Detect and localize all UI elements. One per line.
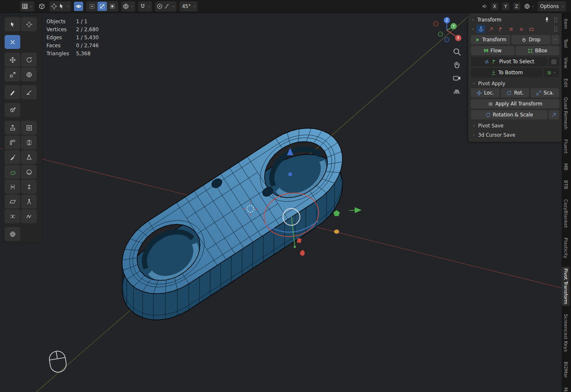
pivot-to-select-button[interactable]: Pivot To Select	[471, 57, 547, 66]
blue-dot-handle[interactable]	[288, 173, 292, 176]
tab-view[interactable]: View	[562, 56, 570, 70]
edge-select-button[interactable]	[98, 2, 107, 11]
camera-view-button[interactable]	[452, 73, 461, 82]
chevron-down-icon[interactable]	[471, 27, 475, 31]
transform-orientation-dropdown[interactable]	[121, 1, 135, 11]
toggle-cross-button[interactable]	[517, 25, 526, 33]
zoom-button[interactable]	[452, 47, 461, 56]
proportional-edit-controls[interactable]	[155, 1, 177, 11]
pan-hand-button[interactable]	[452, 60, 461, 69]
face-select-button[interactable]	[108, 2, 117, 11]
apply-sca-button[interactable]: Sca.	[530, 88, 559, 97]
perspective-toggle-button[interactable]	[452, 87, 461, 95]
toggle-swap-button[interactable]	[507, 25, 516, 33]
pivot-save-header[interactable]: Pivot Save	[471, 123, 559, 129]
tool-smooth[interactable]	[21, 165, 37, 179]
mode-selector-dropdown[interactable]	[49, 1, 71, 11]
tool-rip-edge[interactable]	[21, 209, 37, 223]
anchor-toggle-button[interactable]	[476, 25, 485, 33]
axis-neg-z-ball[interactable]	[445, 38, 449, 42]
mirror-y-button[interactable]: Y	[502, 3, 509, 10]
tab-item[interactable]: Item	[562, 17, 570, 31]
tool-loop-cut[interactable]	[21, 135, 37, 149]
toggle-flag-button[interactable]	[497, 25, 506, 33]
tool-vertex-slide[interactable]	[5, 209, 20, 223]
pivot-apply-header[interactable]: Pivot Apply	[471, 81, 559, 87]
tool-sphere-project[interactable]	[5, 227, 20, 241]
tool-rotate[interactable]	[21, 53, 37, 67]
rotation-scale-button[interactable]: Rotation & Scale	[471, 110, 547, 119]
tool-scale[interactable]	[5, 68, 20, 81]
mesh-object[interactable]	[122, 128, 343, 320]
tool-move[interactable]	[5, 53, 20, 67]
tool-knife[interactable]	[5, 150, 20, 164]
grip-icon[interactable]	[552, 26, 559, 32]
grip-icon[interactable]	[552, 16, 559, 23]
snap-target-button[interactable]	[524, 2, 535, 11]
tool-tweak[interactable]	[5, 17, 20, 31]
tool-shear[interactable]	[5, 195, 20, 208]
tab-bi2mar[interactable]: BI2Mar	[562, 360, 570, 380]
snap-controls[interactable]	[138, 1, 152, 11]
tab-pivot-transform[interactable]: Pivot Transform	[562, 267, 570, 306]
editor-grid-icon	[22, 3, 28, 10]
tab-tool[interactable]: Tool	[562, 37, 570, 49]
tab-plasticity[interactable]: Plasticity	[562, 236, 570, 260]
tool-rip-region[interactable]	[21, 195, 37, 208]
orange-handle[interactable]	[334, 230, 339, 234]
tool-cursor[interactable]	[21, 17, 37, 31]
axis-navigation-gizmo[interactable]: Z Y X	[432, 14, 463, 45]
tab-edit[interactable]: Edit	[562, 77, 570, 89]
red-handle[interactable]	[297, 238, 301, 243]
red-drop-handle[interactable]	[300, 250, 305, 256]
options-dropdown[interactable]: Options	[538, 1, 566, 11]
pin-icon[interactable]	[544, 16, 550, 23]
tool-transform[interactable]	[21, 68, 37, 81]
green-handle[interactable]	[334, 210, 340, 216]
to-bottom-options-button[interactable]	[544, 68, 559, 77]
transform-panel-header[interactable]: Transform	[471, 16, 559, 23]
apply-all-transform-button[interactable]: Apply All Transform	[471, 99, 559, 108]
green-arrow-handle[interactable]	[349, 207, 362, 213]
tab-quad-remesh[interactable]: Quad Remesh	[562, 95, 570, 131]
tab-btb[interactable]: BTB	[562, 178, 570, 191]
xray-toggle-button[interactable]	[74, 2, 83, 11]
bbox-button[interactable]: BBox	[516, 46, 559, 55]
tab-screencast-keys[interactable]: Screencast Keys	[562, 312, 570, 354]
tool-active-select[interactable]	[5, 35, 20, 49]
toggle-rect-button[interactable]	[527, 25, 536, 33]
toggle-arrow-button[interactable]	[487, 25, 495, 33]
pivot-to-select-options-button[interactable]	[549, 57, 559, 66]
axis-neg-y-ball[interactable]	[438, 32, 443, 37]
tool-annotate[interactable]	[5, 85, 20, 99]
tool-bevel[interactable]	[5, 135, 20, 149]
axis-neg-x-ball[interactable]	[434, 22, 438, 26]
editor-type-button[interactable]	[20, 1, 34, 11]
tab-machin3[interactable]: MACHIN3	[562, 386, 570, 392]
vertex-select-button[interactable]	[87, 2, 97, 11]
tool-poly-build[interactable]	[21, 150, 37, 164]
tool-edge-slide[interactable]	[5, 180, 20, 194]
tool-spin[interactable]	[5, 165, 20, 179]
rotation-scale-extra-button[interactable]	[549, 110, 559, 119]
to-bottom-button[interactable]: To Bottom	[471, 68, 543, 77]
tab-fluent[interactable]: Fluent	[562, 138, 570, 155]
tool-inset-faces[interactable]	[21, 121, 37, 135]
mirror-x-button[interactable]: X	[491, 3, 498, 10]
tab-mb[interactable]: MB	[562, 162, 570, 172]
tool-measure[interactable]	[21, 85, 37, 99]
apply-rot-button[interactable]: Rot.	[501, 88, 530, 97]
tab-cozyblanket[interactable]: CozyBlanket	[562, 197, 570, 230]
flow-button[interactable]: M Flow	[471, 46, 514, 55]
tool-shrink-fatten[interactable]	[21, 180, 37, 194]
apply-loc-button[interactable]: Loc.	[471, 88, 500, 97]
transform-button[interactable]: Transform	[471, 35, 510, 44]
mode-icon-button[interactable]	[37, 2, 46, 11]
mirror-z-button[interactable]: Z	[513, 3, 520, 10]
angle-snap-dropdown[interactable]: 45°	[179, 1, 198, 11]
tool-extrude[interactable]	[5, 121, 20, 135]
tool-add-cube[interactable]	[5, 103, 20, 117]
cursor-save-header[interactable]: 3d Cursor Save	[471, 132, 559, 138]
transform-options-dropdown[interactable]	[552, 35, 559, 44]
drop-button[interactable]: Drop	[511, 35, 551, 44]
